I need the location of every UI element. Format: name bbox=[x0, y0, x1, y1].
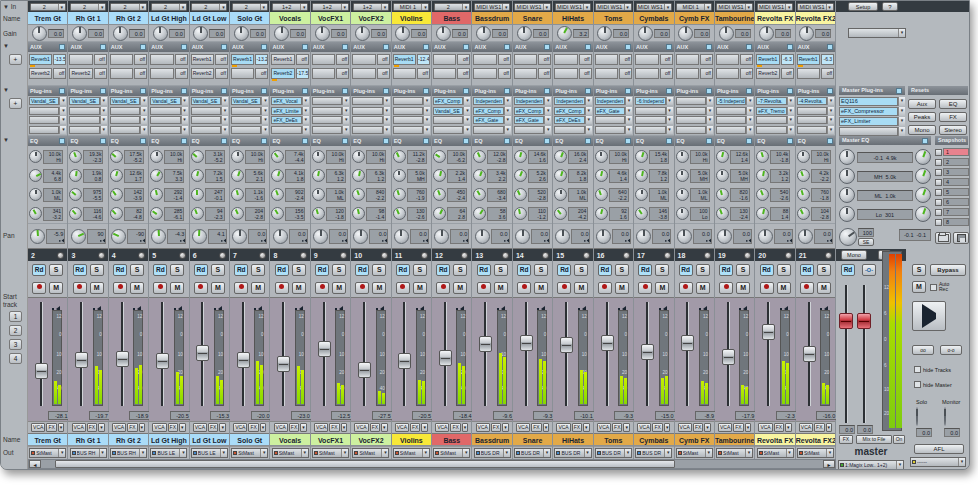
aux-send-name[interactable] bbox=[433, 68, 456, 79]
aux-send-name[interactable] bbox=[595, 54, 618, 65]
vca-button[interactable]: VCA bbox=[435, 423, 449, 432]
fx-button[interactable]: FX bbox=[491, 423, 501, 432]
plugin-slot[interactable]: eFX_Vocal▾ bbox=[271, 97, 308, 105]
plugin-slot[interactable]: Independen▾ bbox=[514, 97, 551, 105]
read-automation-button[interactable]: Rd bbox=[73, 264, 87, 276]
plugin-slot[interactable]: -6:Independ▾ bbox=[635, 97, 672, 105]
input-select[interactable]: MIDI WS1▾ bbox=[514, 3, 550, 11]
master-read-automation-button[interactable]: Rd bbox=[841, 264, 855, 276]
master-mute-button[interactable]: M bbox=[912, 281, 926, 293]
volume-fader[interactable] bbox=[641, 344, 654, 360]
aux-send-name[interactable]: Reverb1 bbox=[393, 54, 416, 65]
master-eq-right-knob[interactable] bbox=[915, 149, 931, 165]
aux-toggle-icon[interactable] bbox=[463, 44, 469, 50]
aux-send-value[interactable]: off bbox=[94, 68, 107, 79]
eq-header[interactable]: EQ bbox=[28, 136, 67, 146]
eq-knob[interactable] bbox=[595, 188, 608, 201]
collapse-plugins-icon[interactable]: ▼ bbox=[3, 87, 9, 93]
fx-menu-icon[interactable]: ▾ bbox=[785, 423, 792, 432]
plugin-slot[interactable]: ▾ bbox=[716, 116, 753, 124]
read-automation-button[interactable]: Rd bbox=[153, 264, 167, 276]
input-select[interactable]: 2▾ bbox=[110, 3, 146, 11]
solo-button[interactable]: S bbox=[170, 264, 184, 276]
collapse-in-icon[interactable]: ▼ In bbox=[3, 3, 16, 10]
eq-knob[interactable] bbox=[756, 207, 769, 220]
output-select[interactable]: StMast▾ bbox=[312, 448, 349, 458]
snapshot-save-button[interactable] bbox=[953, 232, 969, 244]
aux-toggle-icon[interactable] bbox=[544, 44, 550, 50]
monitor-speaker-icon[interactable] bbox=[739, 299, 749, 308]
plugins-toggle-icon[interactable] bbox=[59, 88, 65, 94]
volume-fader[interactable] bbox=[601, 335, 614, 351]
eq-knob[interactable] bbox=[514, 188, 527, 201]
plugin-slot[interactable]: ▾ bbox=[352, 116, 389, 124]
master-plugin-slot[interactable]: EQ116▾ bbox=[839, 97, 905, 106]
aux-send-value[interactable]: off bbox=[740, 68, 753, 79]
eq-toggle-icon[interactable] bbox=[59, 138, 65, 144]
aux-send-value[interactable]: off bbox=[498, 68, 511, 79]
pan-knob[interactable] bbox=[758, 229, 773, 244]
eq-knob[interactable] bbox=[393, 207, 406, 220]
pan-knob[interactable] bbox=[555, 229, 570, 244]
fx-button[interactable]: FX bbox=[329, 423, 339, 432]
aux-toggle-icon[interactable] bbox=[302, 44, 308, 50]
eq-knob[interactable] bbox=[554, 169, 567, 182]
aux-header[interactable]: AUX bbox=[675, 42, 714, 52]
gain-knob[interactable] bbox=[557, 26, 572, 41]
track-options-button[interactable] bbox=[179, 252, 186, 259]
output-select[interactable]: BUS RH▾ bbox=[70, 448, 107, 458]
aux-header[interactable]: AUX bbox=[634, 42, 673, 52]
aux-send-value[interactable]: -13.5 bbox=[53, 54, 66, 65]
aux-header[interactable]: AUX bbox=[553, 42, 592, 52]
plugin-slot[interactable]: ▾ bbox=[676, 107, 713, 115]
eq-header[interactable]: EQ bbox=[553, 136, 592, 146]
aux-send-name[interactable]: Reverb2 bbox=[69, 68, 92, 79]
eq-toggle-icon[interactable] bbox=[463, 138, 469, 144]
unlink-channels-button[interactable]: o-o bbox=[940, 345, 962, 355]
aux-send-name[interactable] bbox=[514, 68, 537, 79]
plugin-slot[interactable]: ▾ bbox=[595, 126, 632, 134]
plugin-slot[interactable]: ▾ bbox=[676, 116, 713, 124]
eq-knob[interactable] bbox=[271, 207, 284, 220]
eq-knob[interactable] bbox=[352, 150, 365, 163]
volume-fader[interactable] bbox=[75, 352, 88, 368]
pan-knob[interactable] bbox=[596, 229, 611, 244]
vca-button[interactable]: VCA bbox=[637, 423, 651, 432]
eq-knob[interactable] bbox=[514, 169, 527, 182]
plugins-header[interactable]: Plug-ins bbox=[351, 86, 390, 96]
output-select[interactable]: StMast▾ bbox=[393, 448, 430, 458]
master-solo-button[interactable]: S bbox=[912, 264, 926, 276]
eq-knob[interactable] bbox=[150, 207, 163, 220]
aux-header[interactable]: AUX bbox=[149, 42, 188, 52]
pan-knob[interactable] bbox=[313, 229, 328, 244]
plugin-slot[interactable]: eFX_Tremo▾ bbox=[756, 107, 793, 115]
solo-button[interactable]: S bbox=[574, 264, 588, 276]
eq-header[interactable]: EQ bbox=[594, 136, 633, 146]
aux-send-value[interactable]: off bbox=[255, 68, 268, 79]
solo-button[interactable]: S bbox=[615, 264, 629, 276]
collapse-eq-icon[interactable]: ▼ bbox=[3, 137, 9, 143]
plugin-slot[interactable]: ▾ bbox=[797, 116, 834, 124]
bypass-button[interactable]: Bypass bbox=[930, 264, 966, 276]
scroll-left-icon[interactable]: ◄ bbox=[29, 460, 41, 468]
output-select[interactable]: BUS DR▾ bbox=[514, 448, 551, 458]
volume-fader[interactable] bbox=[560, 337, 573, 353]
eq-toggle-icon[interactable] bbox=[261, 138, 267, 144]
gain-knob[interactable] bbox=[476, 26, 491, 41]
plugin-slot[interactable]: ▾ bbox=[312, 107, 349, 115]
solo-button[interactable]: S bbox=[292, 264, 306, 276]
vca-button[interactable]: VCA bbox=[354, 423, 368, 432]
eq-knob[interactable] bbox=[312, 207, 325, 220]
plugin-slot[interactable]: ▾ bbox=[797, 126, 834, 134]
reset-stereo-button[interactable]: Stereo bbox=[939, 125, 967, 135]
record-button[interactable] bbox=[355, 282, 369, 294]
plugin-slot[interactable]: ▾ bbox=[312, 116, 349, 124]
eq-knob[interactable] bbox=[150, 188, 163, 201]
aux-send-name[interactable] bbox=[110, 54, 133, 65]
record-button[interactable] bbox=[638, 282, 652, 294]
plugin-slot[interactable]: ▾ bbox=[150, 107, 187, 115]
mute-button[interactable]: M bbox=[696, 282, 710, 294]
gain-knob[interactable] bbox=[719, 26, 734, 41]
pan-knob[interactable] bbox=[717, 229, 732, 244]
plugins-toggle-icon[interactable] bbox=[544, 88, 550, 94]
